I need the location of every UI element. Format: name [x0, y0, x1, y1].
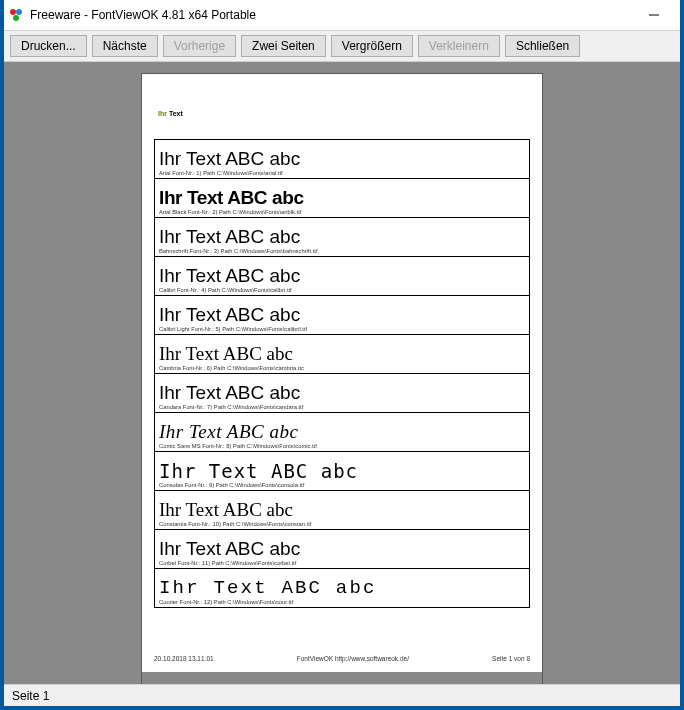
font-sample-meta: Arial Black Font-Nr.: 2) Path C:\Windows… [159, 209, 525, 215]
font-sample-row: Ihr Text ABC abcCorbel Font-Nr.: 11) Pat… [155, 530, 529, 569]
font-sample-meta: Calibri Light Font-Nr.: 5) Path C:\Windo… [159, 326, 525, 332]
font-sample-text: Ihr Text ABC abc [159, 382, 525, 404]
font-sample-text: Ihr Text ABC abc [159, 265, 525, 287]
window-title: Freeware - FontViewOK 4.81 x64 Portable [30, 8, 626, 22]
font-sample-row: Ihr Text ABC abcConsolas Font-Nr.: 9) Pa… [155, 452, 529, 491]
font-sample-row: Ihr Text ABC abcArial Black Font-Nr.: 2)… [155, 179, 529, 218]
footer-appinfo: FontViewOK http://www.softwareok.de/ [297, 655, 409, 662]
page-title: Ihr Text [158, 110, 530, 117]
font-sample-text: Ihr Text ABC abc [159, 226, 525, 248]
preview-viewport[interactable]: Ihr Text Ihr Text ABC abcArial Font-Nr.:… [4, 62, 680, 684]
next-page-button[interactable]: Nächste [92, 35, 158, 57]
font-sample-row: Ihr Text ABC abcCalibri Font-Nr.: 4) Pat… [155, 257, 529, 296]
zoom-out-button: Verkleinern [418, 35, 500, 57]
prev-page-button: Vorherige [163, 35, 236, 57]
page-title-text: Text [167, 110, 183, 117]
footer-timestamp: 20.10.2018 13.11.01 [154, 655, 214, 662]
footer-pagenum: Seite 1 von 8 [492, 655, 530, 662]
font-sample-meta: Corbel Font-Nr.: 11) Path C:\Windows\Fon… [159, 560, 525, 566]
font-sample-row: Ihr Text ABC abcCambria Font-Nr.: 6) Pat… [155, 335, 529, 374]
font-sample-row: Ihr Text ABC abcConstantia Font-Nr.: 10)… [155, 491, 529, 530]
font-sample-row: Ihr Text ABC abcCalibri Light Font-Nr.: … [155, 296, 529, 335]
font-sample-meta: Cambria Font-Nr.: 6) Path C:\Windows\Fon… [159, 365, 525, 371]
font-sample-meta: Courier Font-Nr.: 12) Path C:\Windows\Fo… [159, 599, 525, 605]
font-sample-row: Ihr Text ABC abcCandara Font-Nr.: 7) Pat… [155, 374, 529, 413]
print-button[interactable]: Drucken... [10, 35, 87, 57]
font-sample-text: Ihr Text ABC abc [159, 187, 525, 209]
font-sample-text: Ihr Text ABC abc [159, 148, 525, 170]
font-sample-meta: Consolas Font-Nr.: 9) Path C:\Windows\Fo… [159, 482, 525, 488]
font-sample-meta: Calibri Font-Nr.: 4) Path C:\Windows\Fon… [159, 287, 525, 293]
page-footer: 20.10.2018 13.11.01 FontViewOK http://ww… [154, 647, 530, 662]
two-pages-button[interactable]: Zwei Seiten [241, 35, 326, 57]
font-sample-meta: Bahnschrift Font-Nr.: 3) Path C:\Windows… [159, 248, 525, 254]
zoom-in-button[interactable]: Vergrößern [331, 35, 413, 57]
font-sample-row: Ihr Text ABC abcComic Sans MS Font-Nr.: … [155, 413, 529, 452]
page-title-ihr: Ihr [158, 110, 167, 117]
font-sample-row: Ihr Text ABC abcArial Font-Nr.: 1) Path … [155, 140, 529, 179]
svg-point-0 [10, 9, 16, 15]
font-sample-meta: Candara Font-Nr.: 7) Path C:\Windows\Fon… [159, 404, 525, 410]
font-sample-text: Ihr Text ABC abc [159, 343, 525, 365]
font-sample-text: Ihr Text ABC abc [159, 577, 525, 599]
titlebar: Freeware - FontViewOK 4.81 x64 Portable [4, 0, 680, 30]
app-window: Freeware - FontViewOK 4.81 x64 Portable … [0, 0, 684, 710]
font-sample-row: Ihr Text ABC abcCourier Font-Nr.: 12) Pa… [155, 569, 529, 608]
svg-point-2 [13, 15, 19, 21]
font-sample-text: Ihr Text ABC abc [159, 460, 525, 482]
page-shadow: Ihr Text Ihr Text ABC abcArial Font-Nr.:… [142, 74, 542, 684]
font-sample-text: Ihr Text ABC abc [159, 421, 525, 443]
close-preview-button[interactable]: Schließen [505, 35, 580, 57]
font-sample-text: Ihr Text ABC abc [159, 538, 525, 560]
font-sample-meta: Comic Sans MS Font-Nr.: 8) Path C:\Windo… [159, 443, 525, 449]
statusbar: Seite 1 [4, 684, 680, 706]
font-sample-meta: Arial Font-Nr.: 1) Path C:\Windows\Fonts… [159, 170, 525, 176]
font-sample-meta: Constantia Font-Nr.: 10) Path C:\Windows… [159, 521, 525, 527]
svg-point-1 [16, 9, 22, 15]
statusbar-text: Seite 1 [12, 689, 49, 703]
font-sample-table: Ihr Text ABC abcArial Font-Nr.: 1) Path … [154, 139, 530, 608]
font-sample-text: Ihr Text ABC abc [159, 304, 525, 326]
minimize-button[interactable] [632, 1, 676, 29]
font-sample-text: Ihr Text ABC abc [159, 499, 525, 521]
preview-page: Ihr Text Ihr Text ABC abcArial Font-Nr.:… [142, 74, 542, 672]
app-icon [8, 7, 24, 23]
font-sample-row: Ihr Text ABC abcBahnschrift Font-Nr.: 3)… [155, 218, 529, 257]
toolbar: Drucken... Nächste Vorherige Zwei Seiten… [4, 30, 680, 62]
